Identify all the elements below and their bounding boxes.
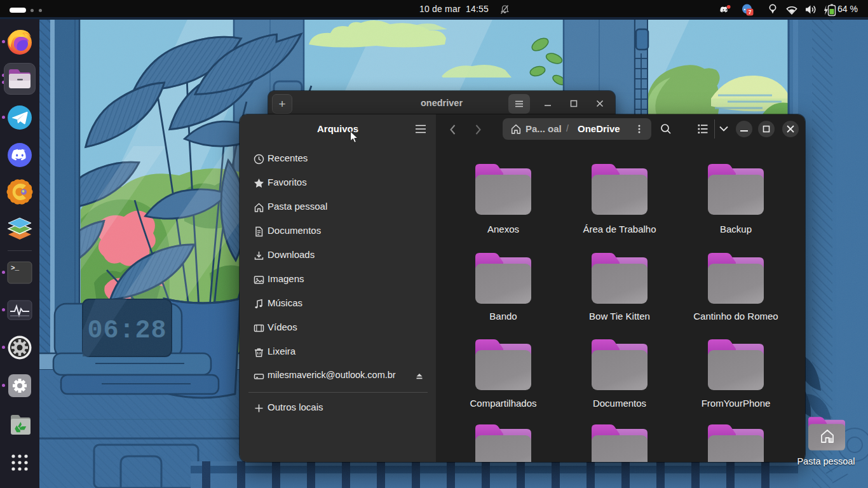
svg-text:>_: >_ [11,264,20,272]
svg-text:7: 7 [749,9,752,15]
